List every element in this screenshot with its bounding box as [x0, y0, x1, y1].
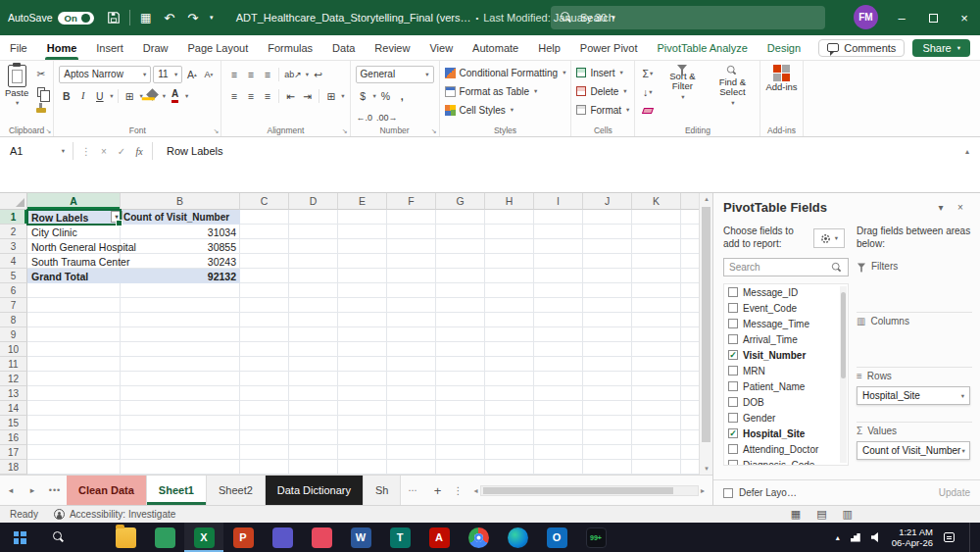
- cancel-entry-icon[interactable]: ×: [95, 146, 113, 157]
- align-top-button[interactable]: ≡: [226, 66, 241, 82]
- search-box[interactable]: Search: [551, 6, 825, 29]
- rows-area[interactable]: ≡Rows Hospital_Site▾: [857, 368, 972, 423]
- grid-cells[interactable]: Row Labels ▾ Count of Visit_Number City …: [27, 210, 699, 475]
- increase-indent-button[interactable]: ⇥: [300, 87, 315, 104]
- row-header[interactable]: 2: [0, 225, 27, 239]
- italic-button[interactable]: I: [75, 87, 90, 104]
- field-checkbox[interactable]: ✓: [728, 381, 738, 391]
- values-area[interactable]: ΣValues Count of Visit_Number▾: [857, 423, 972, 477]
- borders-button[interactable]: ⊞: [122, 87, 137, 104]
- ribbon-tab[interactable]: Page Layout: [177, 35, 258, 60]
- next-sheet-button[interactable]: ▸: [22, 476, 43, 505]
- row-header[interactable]: 3: [0, 239, 27, 254]
- clipboard-dialog-launcher[interactable]: ↘: [45, 127, 51, 135]
- row-header[interactable]: 17: [0, 445, 27, 460]
- quick-access-icon[interactable]: ▦: [134, 6, 158, 29]
- row-header[interactable]: 7: [0, 298, 27, 313]
- redo-button[interactable]: ↷: [181, 6, 205, 29]
- field-item[interactable]: ✓ Hospital_Site: [724, 426, 848, 441]
- ribbon-tab[interactable]: PivotTable Analyze: [648, 35, 758, 60]
- cell-B5[interactable]: 92132: [121, 269, 240, 283]
- field-checkbox[interactable]: ✓: [728, 350, 738, 360]
- underline-button[interactable]: U: [92, 87, 107, 104]
- column-header[interactable]: K: [632, 193, 681, 210]
- taskbar-purple-app[interactable]: [263, 523, 302, 552]
- ribbon-tab[interactable]: Power Pivot: [570, 35, 648, 60]
- column-header[interactable]: H: [485, 193, 534, 210]
- field-checkbox[interactable]: ✓: [728, 428, 738, 438]
- taskbar-excel[interactable]: X: [184, 523, 223, 552]
- bold-button[interactable]: B: [59, 87, 74, 104]
- number-format-select[interactable]: General▾: [356, 66, 434, 83]
- autosave-pill[interactable]: On: [58, 12, 94, 25]
- font-dialog-launcher[interactable]: ↘: [213, 127, 219, 135]
- sheet-list-button[interactable]: •••: [43, 476, 67, 505]
- column-header[interactable]: B: [121, 193, 240, 210]
- taskbar-teams[interactable]: T: [380, 523, 419, 552]
- wrap-text-button[interactable]: ↩: [311, 66, 325, 82]
- align-middle-button[interactable]: ≡: [243, 66, 258, 82]
- taskbar-word[interactable]: W: [341, 523, 380, 552]
- network-icon[interactable]: [851, 533, 860, 542]
- cell-B2[interactable]: 31034: [121, 225, 240, 239]
- cell-A2[interactable]: City Clinic: [27, 225, 121, 239]
- cell-A1[interactable]: Row Labels ▾: [27, 210, 121, 225]
- taskbar-outlook[interactable]: O: [537, 523, 576, 552]
- row-header[interactable]: 16: [0, 430, 27, 445]
- tools-gear-button[interactable]: ▾: [813, 228, 845, 248]
- align-center-button[interactable]: ≡: [243, 87, 258, 104]
- row-header[interactable]: 11: [0, 357, 27, 372]
- field-checkbox[interactable]: ✓: [728, 334, 738, 344]
- font-size-select[interactable]: 11▾: [153, 66, 182, 83]
- shrink-font-button[interactable]: A▾: [201, 66, 216, 82]
- row-labels-filter-button[interactable]: ▾: [111, 211, 122, 223]
- insert-cells-button[interactable]: Insert▾: [576, 65, 629, 80]
- taskbar-acrobat[interactable]: A: [419, 523, 459, 552]
- prev-sheet-button[interactable]: ◂: [0, 476, 22, 505]
- start-button[interactable]: [0, 523, 39, 552]
- name-box[interactable]: A1▾: [6, 141, 69, 161]
- taskbar-badge-app[interactable]: 99+: [576, 523, 615, 552]
- vertical-scroll-thumb[interactable]: [702, 207, 710, 442]
- row-header[interactable]: 9: [0, 327, 27, 342]
- font-color-button[interactable]: A: [168, 87, 182, 104]
- column-header[interactable]: C: [240, 193, 289, 210]
- insert-function-icon[interactable]: fx: [130, 146, 148, 157]
- number-dialog-launcher[interactable]: ↘: [431, 127, 437, 135]
- taskbar-edge[interactable]: [498, 523, 537, 552]
- field-item[interactable]: ✓ Diagnosis_Code: [724, 457, 848, 466]
- increase-decimal-button[interactable]: ←.0: [356, 109, 374, 125]
- ribbon-tab[interactable]: Data: [322, 35, 365, 60]
- pane-options-caret[interactable]: ▾: [931, 202, 951, 213]
- decrease-indent-button[interactable]: ⇤: [283, 87, 298, 104]
- field-item[interactable]: ✓ Gender: [724, 410, 848, 426]
- ribbon-tab[interactable]: Insert: [86, 35, 133, 60]
- field-checkbox[interactable]: ✓: [728, 303, 738, 313]
- horizontal-scroll-thumb[interactable]: [483, 487, 674, 494]
- alignment-dialog-launcher[interactable]: ↘: [342, 127, 348, 135]
- conditional-formatting-button[interactable]: Conditional Formatting▾: [445, 65, 566, 80]
- ribbon-tab[interactable]: Draw: [133, 35, 178, 60]
- ribbon-tab[interactable]: View: [419, 35, 463, 60]
- row-header[interactable]: 13: [0, 386, 27, 401]
- fill-color-button[interactable]: [145, 87, 160, 104]
- ribbon-tab[interactable]: Review: [365, 35, 419, 60]
- row-header[interactable]: 6: [0, 283, 27, 298]
- cell-A4[interactable]: South Trauma Center: [27, 254, 121, 269]
- paste-button[interactable]: Paste ▾: [5, 65, 28, 119]
- row-header[interactable]: 5: [0, 269, 27, 283]
- formula-input[interactable]: Row Labels: [157, 145, 955, 157]
- sheet-tab[interactable]: Sheet2: [207, 476, 266, 505]
- collapse-formula-bar-button[interactable]: ▴: [955, 147, 980, 156]
- column-header[interactable]: E: [338, 193, 387, 210]
- grow-font-button[interactable]: A▴: [184, 66, 199, 82]
- clear-button[interactable]: [640, 102, 655, 119]
- accessibility-status[interactable]: Accessibility: Investigate: [54, 509, 175, 520]
- find-select-button[interactable]: Find & Select ▾: [710, 65, 755, 119]
- merge-center-button[interactable]: ⊞: [323, 87, 338, 104]
- sheet-tab[interactable]: Data Dictionary: [266, 476, 364, 505]
- comma-style-button[interactable]: ,: [395, 87, 410, 104]
- sheet-tab[interactable]: Sheet1: [147, 476, 207, 505]
- field-item[interactable]: ✓ Arrival_Time: [724, 331, 848, 347]
- format-cells-button[interactable]: Format▾: [576, 102, 629, 118]
